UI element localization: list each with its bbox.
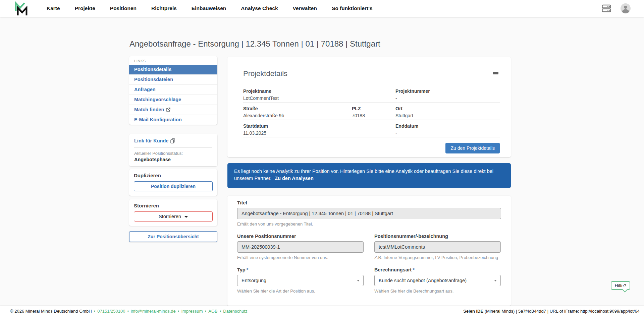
cancel-button-label: Stornieren	[159, 214, 181, 219]
required-asterisk: *	[413, 267, 415, 272]
sidebar-item-anfragen[interactable]: Anfragen	[129, 84, 217, 94]
links-card: LINKS Positionsdetails Positionsdateien …	[129, 56, 217, 125]
footer-ide-info: (Mineral Minds) | 5a7f4d344dd7 | URL of …	[483, 309, 640, 314]
logo-icon	[14, 1, 28, 16]
titel-label: Titel	[237, 200, 501, 205]
projektnummer-value: -	[395, 96, 430, 101]
project-details-card: Projektdetails Projektname LotCommentTes…	[227, 57, 511, 157]
sidebar-item-label: Positionsdateien	[134, 77, 173, 82]
link-fuer-kunde-link[interactable]: Link für Kunde	[134, 138, 175, 143]
nav-item-karte[interactable]: Karte	[47, 5, 60, 11]
sidebar-item-match-finden[interactable]: Match finden	[129, 105, 217, 115]
berechnungsart-select[interactable]: Kunde sucht Angebot (Angebotsanfrage)	[374, 275, 501, 286]
berechnungsart-select-value: Kunde sucht Angebot (Angebotsanfrage)	[379, 278, 467, 283]
collapse-icon[interactable]	[493, 72, 498, 74]
project-details-grid: Projektname LotCommentTest Projektnummer…	[243, 85, 500, 159]
footer: © 2026 Mineral Minds Deutschland GmbH • …	[0, 306, 644, 316]
nav-item-analyse-check[interactable]: Analyse Check	[241, 5, 278, 11]
plz-value: 70188	[352, 113, 365, 118]
sidebar-item-email-konfiguration[interactable]: E-Mail Konfiguration	[129, 115, 217, 125]
help-button[interactable]: Hilfe?	[611, 281, 630, 290]
footer-email-link[interactable]: info@mineral-minds.de	[131, 309, 176, 314]
mineral-minds-logo[interactable]	[14, 1, 28, 16]
positionsnummer-field-group: Unsere Positionsnummer Erhält eine syste…	[237, 234, 364, 260]
alert-text: Es liegt noch keine Analytik zu Ihrer Po…	[234, 169, 493, 181]
go-to-analyses-link[interactable]: Zu den Analysen	[275, 176, 313, 181]
nav-item-so-funktionierts[interactable]: So funktioniert's	[332, 5, 373, 11]
sidebar-item-label: Positionsdetails	[134, 67, 171, 72]
nav-item-richtpreis[interactable]: Richtpreis	[151, 5, 177, 11]
footer-datenschutz-link[interactable]: Datenschutz	[223, 309, 247, 314]
typ-field-group: Typ* Entsorgung Wählen Sie hier die Art …	[237, 267, 364, 294]
footer-left: © 2026 Mineral Minds Deutschland GmbH • …	[10, 309, 248, 314]
startdatum-value: 11.03.2025	[243, 130, 268, 136]
typ-helper: Wählen Sie hier die Art der Position aus…	[237, 289, 364, 294]
nav-item-positionen[interactable]: Positionen	[110, 5, 137, 11]
divider	[134, 147, 212, 148]
projektname-label: Projektname	[243, 88, 279, 94]
separator-dot: •	[127, 309, 129, 314]
sidebar-item-label: E-Mail Konfiguration	[134, 117, 182, 122]
sidebar-item-matchingvorschlaege[interactable]: Matchingvorschläge	[129, 94, 217, 105]
separator-dot: •	[205, 309, 207, 314]
bezeichnung-label: Positionsnummer/-bezeichnung	[374, 234, 501, 239]
separator-dot: •	[94, 309, 96, 314]
position-form-card: Titel Erhält den von uns vorgegebenen Ti…	[227, 196, 511, 306]
go-to-project-details-button[interactable]: Zu den Projektdetails	[445, 143, 500, 153]
berechnungsart-label: Berechnungsart*	[374, 267, 501, 272]
typ-select[interactable]: Entsorgung	[237, 275, 364, 286]
positionsnummer-label: Unsere Positionsnummer	[237, 234, 364, 239]
position-status-label: Aktueller Positionsstatus:	[134, 151, 212, 156]
title-divider	[128, 51, 511, 51]
footer-ide-name: Selen IDE	[463, 309, 483, 314]
main-menu: Karte Projekte Positionen Richtpreis Ein…	[47, 5, 373, 11]
cancel-card: Stornieren Stornieren	[129, 199, 217, 226]
copy-icon[interactable]	[170, 138, 175, 143]
position-status-value: Angebotsphase	[134, 157, 212, 162]
separator-dot: •	[220, 309, 221, 314]
required-asterisk: *	[247, 267, 249, 272]
strasse-value: Alexanderstraße 9b	[243, 113, 284, 118]
bezeichnung-input[interactable]	[374, 241, 501, 253]
enddatum-value: -	[395, 130, 418, 136]
sidebar-item-label: Match finden	[134, 107, 164, 112]
position-overview-button[interactable]: Zur Positionsübersicht	[129, 231, 217, 242]
duplicate-position-button[interactable]: Position duplizieren	[134, 181, 213, 191]
links-heading: LINKS	[129, 56, 217, 65]
berechnungsart-helper: Wählen Sie hier die Berechnungsart aus.	[374, 289, 501, 294]
berechnungsart-field-group: Berechnungsart* Kunde sucht Angebot (Ang…	[374, 267, 501, 294]
projektnummer-label: Projektnummer	[395, 88, 430, 94]
startdatum-label: Startdatum	[243, 123, 268, 129]
footer-impressum-link[interactable]: Impressum	[181, 309, 203, 314]
customer-link-card: Link für Kunde Aktueller Positionsstatus…	[129, 134, 217, 166]
enddatum-label: Enddatum	[395, 123, 418, 129]
link-fuer-kunde-label: Link für Kunde	[134, 138, 168, 143]
footer-phone-link[interactable]: 07151/250100	[97, 309, 125, 314]
sidebar-item-positionsdetails[interactable]: Positionsdetails	[129, 65, 217, 74]
project-row-dates: Startdatum 11.03.2025 Enddatum -	[243, 120, 500, 137]
project-row-address: Straße Alexanderstraße 9b PLZ 70188 Ort …	[243, 103, 500, 120]
footer-agb-link[interactable]: AGB	[208, 309, 217, 314]
ort-label: Ort	[395, 106, 413, 111]
strasse-label: Straße	[243, 106, 284, 111]
project-row-name: Projektname LotCommentTest Projektnummer…	[243, 85, 500, 103]
duplicate-heading: Duplizieren	[134, 173, 213, 178]
separator-dot: •	[178, 309, 179, 314]
sidebar-item-positionsdateien[interactable]: Positionsdateien	[129, 74, 217, 84]
external-link-icon	[166, 108, 170, 112]
cancel-dropdown-button[interactable]: Stornieren	[134, 211, 213, 222]
nav-item-verwalten[interactable]: Verwalten	[293, 5, 317, 11]
plz-label: PLZ	[352, 106, 365, 111]
nav-item-einbauweisen[interactable]: Einbauweisen	[192, 5, 226, 11]
titel-input[interactable]	[237, 208, 501, 219]
bezeichnung-field-group: Positionsnummer/-bezeichnung Z.B. Intern…	[374, 234, 501, 260]
chevron-down-icon	[184, 216, 188, 218]
sidebar-item-label: Anfragen	[134, 87, 156, 92]
duplicate-card: Duplizieren Position duplizieren	[129, 169, 217, 196]
nav-item-projekte[interactable]: Projekte	[75, 5, 95, 11]
positionsnummer-helper: Erhält eine systemgenerierte Nummer von …	[237, 255, 364, 260]
cancel-heading: Stornieren	[134, 203, 213, 208]
user-avatar[interactable]	[621, 3, 631, 13]
positionsnummer-input[interactable]	[237, 241, 364, 253]
server-status-icon[interactable]	[602, 4, 611, 12]
